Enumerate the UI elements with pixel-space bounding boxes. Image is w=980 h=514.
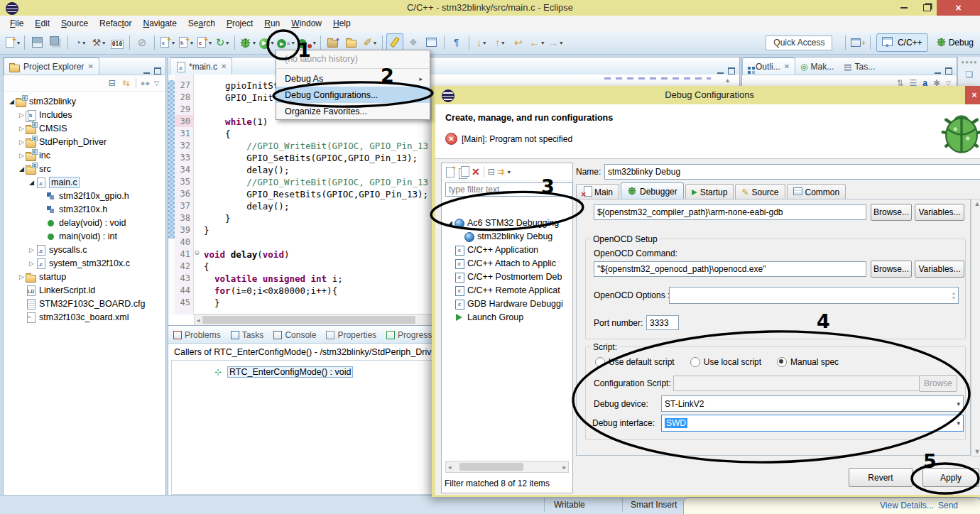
tree-expanded-icon[interactable]: ◢: [8, 98, 16, 105]
new-c-source-icon[interactable]: c+▾: [158, 33, 175, 52]
close-tab-icon[interactable]: ✕: [221, 62, 227, 70]
radio-use-local-script[interactable]: Use local script: [690, 357, 761, 367]
dropdown-arrow-icon[interactable]: ▾: [541, 40, 544, 46]
tree-item-syscalls-c[interactable]: ▷.csyscalls.c: [28, 243, 87, 256]
scroll-left-icon[interactable]: ◂: [446, 464, 454, 471]
tab-properties[interactable]: Properties: [321, 327, 381, 343]
dropdown-arrow-icon[interactable]: ▾: [226, 40, 229, 46]
tree-item-c-c-remote-applicat[interactable]: C/C++ Remote Applicat: [446, 283, 560, 297]
tree-item-delay-void-void[interactable]: delay(void) : void: [38, 216, 126, 229]
tab-main[interactable]: ✕Main: [576, 184, 619, 199]
back-icon[interactable]: ←▾: [528, 33, 545, 52]
tree-item-stm32blinky-debug[interactable]: stm32blinky Debug: [456, 229, 552, 243]
dropdown-arrow-icon[interactable]: ▾: [271, 40, 274, 46]
dropdown-arrow-icon[interactable]: ▾: [102, 40, 105, 46]
collapse-all-icon[interactable]: ⊟: [488, 167, 495, 177]
debug-device-combo[interactable]: ST-LinkV2 ▾: [661, 395, 964, 412]
tab-project-explorer[interactable]: Project Explorer ✕: [4, 58, 99, 75]
tab-problems[interactable]: Problems: [168, 327, 226, 343]
restore-panel-icon[interactable]: ❏: [958, 70, 980, 80]
filter-input[interactable]: type filter text: [445, 182, 573, 197]
scroll-up-icon[interactable]: ▴: [726, 76, 729, 84]
tree-item-inc[interactable]: ▷cinc: [18, 148, 50, 162]
tab-tasks[interactable]: Tasks: [226, 327, 269, 343]
revert-button[interactable]: Revert: [849, 468, 913, 487]
menu-help[interactable]: Help: [327, 17, 356, 30]
menu-search[interactable]: Search: [183, 17, 221, 30]
dialog-close-button[interactable]: ×: [965, 86, 980, 104]
tab-outli[interactable]: Outli...✕: [742, 58, 795, 75]
menu-item-debug-configurations[interactable]: Debug Configurations...: [276, 87, 430, 103]
tree-item-main-c[interactable]: ◢.cmain.c: [28, 175, 80, 189]
tree-item-launch-group[interactable]: Launch Group: [446, 310, 523, 324]
tree-item-startup[interactable]: ▷startup: [18, 270, 66, 283]
new-wizard-icon[interactable]: +▾: [4, 33, 21, 52]
tree-item-c-c-application[interactable]: C/C++ Application: [446, 243, 538, 256]
open-perspective-icon[interactable]: +: [849, 33, 866, 52]
dropdown-arrow-icon[interactable]: ▾: [292, 40, 295, 46]
maximize-view-icon[interactable]: [154, 67, 161, 75]
openocd-options-field[interactable]: ▴▾: [669, 287, 959, 304]
openocd-command-field[interactable]: "${openstm32_openocd_path}\openocd.exe": [594, 261, 866, 277]
call-hierarchy-node[interactable]: ⊹ RTC_EnterConfigMode() : void: [214, 365, 353, 378]
apply-button[interactable]: Apply: [922, 468, 979, 487]
tree-item-stm32f10x-h[interactable]: stm32f10x.h: [38, 202, 107, 216]
tree-item-cmsis[interactable]: ▷cCMSIS: [18, 121, 67, 135]
dropdown-arrow-icon[interactable]: ▾: [172, 40, 175, 46]
maximize-view-icon[interactable]: [728, 67, 735, 75]
menu-navigate[interactable]: Navigate: [137, 17, 182, 30]
tree-expanded-icon[interactable]: ◢: [446, 219, 454, 226]
scrollbar-thumb[interactable]: [459, 463, 523, 471]
debug-interface-combo[interactable]: SWD ▾: [661, 415, 964, 432]
new-configuration-icon[interactable]: +: [445, 166, 456, 177]
perspective-cc[interactable]: cC/C++: [876, 33, 927, 52]
menu-edit[interactable]: Edit: [29, 17, 55, 30]
new-c-class-icon[interactable]: c+▾: [195, 33, 212, 52]
name-field[interactable]: stm32blinky Debug: [604, 164, 980, 180]
menu-source[interactable]: Source: [55, 17, 94, 30]
tab-mak[interactable]: ◎Mak...: [795, 58, 839, 75]
dropdown-arrow-icon[interactable]: ▾: [17, 40, 20, 46]
last-edit-location-icon[interactable]: ↩: [510, 33, 527, 52]
restore-button[interactable]: [916, 0, 937, 16]
tree-collapsed-icon[interactable]: ▷: [18, 125, 26, 132]
dropdown-arrow-icon[interactable]: ▾: [483, 40, 486, 46]
tab-source[interactable]: ✎Source: [735, 184, 785, 199]
menu-file[interactable]: File: [4, 17, 29, 30]
delete-configuration-icon[interactable]: ✕: [472, 167, 480, 177]
dropdown-arrow-icon[interactable]: ▾: [253, 40, 256, 46]
build-all-icon[interactable]: ⚒▾: [90, 33, 107, 52]
scroll-right-icon[interactable]: ▸: [560, 464, 568, 471]
tree-collapsed-icon[interactable]: ▷: [18, 273, 26, 280]
gdb-browse-button[interactable]: Browse...: [871, 204, 912, 221]
dropdown-arrow-icon[interactable]: ▾: [374, 40, 376, 46]
scroll-left-icon[interactable]: ◂: [195, 317, 202, 324]
tree-expanded-icon[interactable]: ◢: [18, 165, 26, 173]
forward-icon[interactable]: →▾: [547, 33, 564, 52]
tree-item-stm32f103c-board-xml[interactable]: ≡stm32f103c_board.xml: [18, 310, 129, 324]
save-icon[interactable]: [28, 33, 45, 52]
tree-item-stm32f10x-gpio-h[interactable]: stm32f10x_gpio.h: [38, 189, 129, 202]
scroll-down-icon[interactable]: ▼: [971, 448, 980, 455]
build-history-icon[interactable]: ◔▾: [72, 33, 89, 52]
minimize-view-icon[interactable]: [935, 72, 941, 74]
previous-annotation-icon[interactable]: ↑▾: [491, 33, 508, 52]
scope-icon[interactable]: ⊘: [134, 33, 151, 52]
radio-use-default-script[interactable]: Use default script: [595, 357, 675, 367]
tree-collapsed-icon[interactable]: ▷: [18, 152, 26, 159]
binary-settings-icon[interactable]: 010: [109, 33, 126, 52]
filter-configurations-icon[interactable]: ⇉: [497, 167, 504, 177]
dropdown-arrow-icon[interactable]: ▾: [209, 40, 212, 46]
close-tab-icon[interactable]: ✕: [784, 62, 790, 70]
menu-project[interactable]: Project: [221, 17, 258, 30]
close-button[interactable]: ×: [937, 0, 980, 16]
minimize-view-icon[interactable]: [143, 72, 150, 74]
tree-item-stm32blinky[interactable]: ◢cstm32blinky: [8, 94, 76, 108]
debug-icon[interactable]: ▾: [239, 33, 256, 52]
quick-access-input[interactable]: Quick Access: [766, 35, 832, 50]
tab-console[interactable]: Console: [268, 327, 321, 343]
menu-item-organize-favorites[interactable]: Organize Favorites...: [276, 103, 430, 119]
scrollbar-thumb[interactable]: [202, 316, 415, 324]
gdb-variables-button[interactable]: Variables...: [915, 204, 964, 221]
dropdown-arrow-icon[interactable]: ▾: [82, 40, 85, 46]
